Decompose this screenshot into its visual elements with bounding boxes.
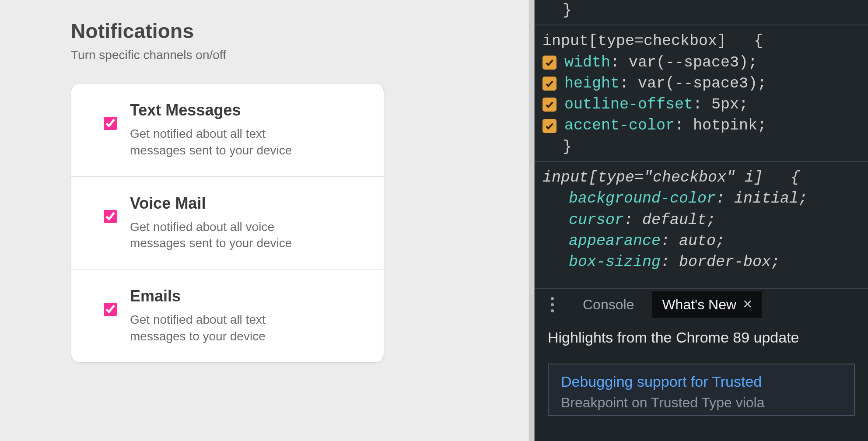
css-value: hotpink: [693, 117, 757, 134]
css-declaration[interactable]: accent-color: hotpink;: [542, 115, 868, 136]
css-property: height: [564, 75, 620, 92]
css-selector[interactable]: input[type=checkbox]: [542, 32, 726, 50]
checkbox-text-messages[interactable]: [104, 117, 117, 130]
item-title: Emails: [130, 287, 362, 305]
css-declaration[interactable]: width: var(--space3);: [542, 52, 868, 73]
whats-new-link[interactable]: Debugging support for Trusted: [561, 373, 842, 390]
checkbox-voice-mail[interactable]: [104, 210, 117, 223]
settings-page: Notifications Turn specific channels on/…: [0, 0, 529, 441]
property-toggle-checkbox[interactable]: [542, 77, 556, 91]
notification-item-voice-mail: Voice Mail Get notified about all voice …: [71, 177, 384, 270]
devtools-panel: } input[type=checkbox] { width: var(--sp…: [535, 0, 868, 441]
css-value: border-box: [679, 253, 771, 271]
checkbox-wrap: [91, 194, 130, 223]
styles-viewer[interactable]: } input[type=checkbox] { width: var(--sp…: [535, 0, 868, 276]
item-body: Emails Get notified about all text messa…: [130, 287, 362, 345]
item-desc: Get notified about all voice messages se…: [130, 219, 314, 252]
css-value: initial: [734, 190, 798, 207]
drawer-tabstrip: Console What's New ✕: [535, 289, 868, 320]
notification-item-emails: Emails Get notified about all text messa…: [71, 270, 384, 362]
css-property: background-color: [569, 190, 716, 207]
checkbox-emails[interactable]: [104, 303, 117, 316]
checkbox-wrap: [91, 101, 130, 130]
tab-console[interactable]: Console: [573, 291, 644, 318]
css-declaration: cursor: default;: [542, 210, 868, 231]
tab-label: What's New: [662, 297, 736, 313]
css-brace: }: [563, 2, 572, 19]
notification-item-text-messages: Text Messages Get notified about all tex…: [71, 84, 384, 177]
property-toggle-checkbox[interactable]: [542, 56, 556, 70]
css-declaration[interactable]: height: var(--space3);: [542, 73, 868, 94]
tab-label: Console: [583, 297, 634, 313]
css-property: box-sizing: [569, 253, 661, 271]
property-toggle-checkbox[interactable]: [542, 98, 556, 112]
notifications-card: Text Messages Get notified about all tex…: [71, 83, 384, 363]
css-rule-user-agent: input[type="checkbox" i] { background-co…: [542, 167, 868, 273]
item-title: Text Messages: [130, 101, 362, 119]
page-subtitle: Turn specific channels on/off: [71, 48, 529, 62]
css-value: default: [642, 211, 707, 229]
css-declaration[interactable]: outline-offset: 5px;: [542, 94, 868, 115]
css-value: auto: [679, 232, 716, 250]
item-desc: Get notified about all text messages to …: [130, 312, 314, 345]
close-icon[interactable]: ✕: [742, 298, 752, 311]
css-value: var(--space3): [629, 54, 748, 71]
drawer-body: Highlights from the Chrome 89 update Deb…: [535, 320, 868, 416]
css-property: outline-offset: [564, 96, 693, 113]
item-body: Voice Mail Get notified about all voice …: [130, 194, 362, 252]
css-brace: {: [754, 32, 763, 50]
item-body: Text Messages Get notified about all tex…: [130, 101, 362, 159]
page-title: Notifications: [71, 19, 529, 43]
css-selector[interactable]: input[type="checkbox" i]: [542, 169, 763, 186]
checkbox-wrap: [91, 287, 130, 316]
css-value: 5px: [711, 96, 739, 113]
item-title: Voice Mail: [130, 194, 362, 213]
css-property: width: [564, 54, 610, 71]
whats-new-headline: Highlights from the Chrome 89 update: [548, 329, 855, 346]
rule-separator: [535, 161, 868, 162]
rule-separator: [535, 24, 868, 25]
css-brace: }: [563, 138, 572, 156]
css-value: var(--space3): [638, 75, 757, 92]
whats-new-subtext: Breakpoint on Trusted Type viola: [561, 395, 842, 411]
css-declaration: appearance: auto;: [542, 231, 868, 252]
whats-new-item[interactable]: Debugging support for Trusted Breakpoint…: [548, 364, 855, 416]
property-toggle-checkbox[interactable]: [542, 119, 556, 133]
css-brace: {: [791, 169, 800, 186]
css-property: cursor: [569, 211, 624, 229]
tab-whats-new[interactable]: What's New ✕: [652, 291, 762, 318]
css-declaration: background-color: initial;: [542, 188, 868, 209]
devtools-drawer: Console What's New ✕ Highlights from the…: [535, 288, 868, 441]
kebab-menu-icon[interactable]: [544, 294, 560, 315]
css-rule: input[type=checkbox] { width: var(--spac…: [542, 31, 868, 158]
css-property: accent-color: [564, 117, 675, 134]
item-desc: Get notified about all text messages sen…: [130, 126, 314, 159]
pane-splitter[interactable]: [529, 0, 535, 441]
css-declaration: box-sizing: border-box;: [542, 252, 868, 273]
css-property: appearance: [569, 232, 661, 250]
